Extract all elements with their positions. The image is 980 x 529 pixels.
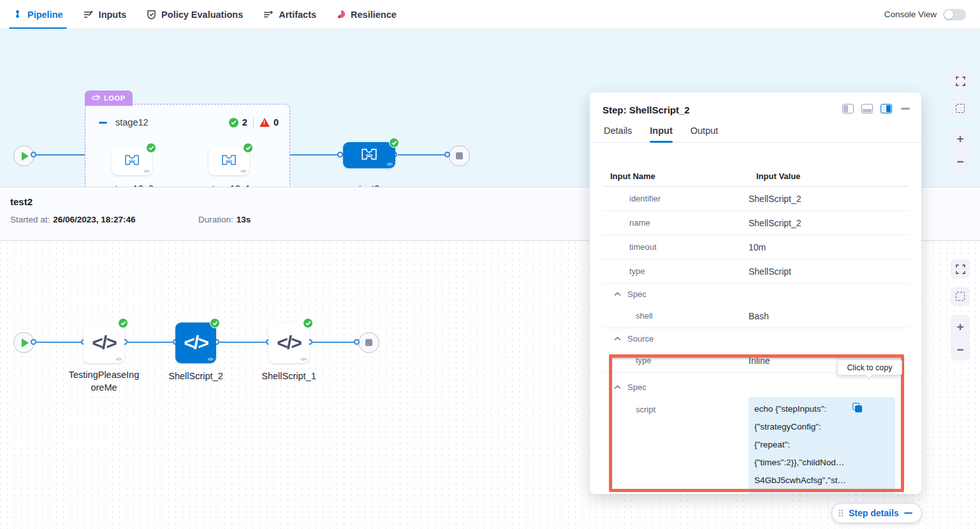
fit-to-screen-button[interactable] (951, 259, 970, 279)
zoom-out-button[interactable]: − (956, 344, 963, 356)
dock-left-icon (844, 105, 848, 112)
row-value: 10m (749, 242, 909, 252)
script-line: {"times":2}},"childNod… (754, 454, 890, 472)
tab-details[interactable]: Details (604, 126, 632, 142)
tab-resilience[interactable]: Resilience (337, 0, 397, 29)
success-check-icon (146, 143, 156, 153)
row-value: ShellScript_2 (749, 194, 909, 204)
table-row: type Inline (603, 349, 909, 373)
panel-header: Step: ShellScript_2 (590, 92, 921, 119)
row-name: timeout (603, 242, 749, 252)
shield-check-icon (147, 10, 156, 20)
tab-pipeline[interactable]: Pipeline (13, 0, 63, 29)
console-view-toggle[interactable] (943, 9, 966, 20)
row-name: identifier (603, 194, 749, 203)
table-row: name ShellScript_2 (603, 211, 909, 235)
row-value: ShellScript_2 (749, 218, 909, 228)
script-line: {"strategyConfig": (754, 418, 890, 436)
section-source: Source (603, 328, 909, 349)
svg-text:</>: </> (129, 159, 135, 163)
collapse-dash-icon (904, 512, 912, 514)
tab-policy-evaluations[interactable]: Policy Evaluations (147, 0, 243, 29)
minimize-panel-button[interactable] (901, 108, 910, 110)
shell-script-icon: </> (184, 332, 207, 354)
toggle-knob (944, 10, 953, 19)
tab-output[interactable]: Output (691, 126, 719, 142)
duration: Duration: 13s (198, 215, 251, 224)
duration-label: Duration: (198, 215, 233, 224)
chevron-up-icon[interactable] (614, 337, 621, 341)
table-header: Input Name Input Value (603, 166, 909, 187)
shell-script-icon: </> (277, 332, 300, 354)
panel-tabs: Details Input Output (590, 119, 921, 143)
chevron-up-icon[interactable] (614, 385, 621, 389)
fit-to-screen-button[interactable] (951, 71, 970, 91)
step-node-shellscript_2[interactable]: </> </> (175, 322, 216, 363)
loop-badge: LOOP (85, 91, 133, 106)
step-node-stage12_0[interactable]: </> </> (112, 147, 152, 175)
step-node-shellscript_1[interactable]: </> </> (268, 322, 309, 363)
success-check-icon (303, 318, 313, 328)
tab-input[interactable]: Input (650, 126, 672, 142)
divider (253, 118, 254, 127)
stage-header: stage12 2 0 (99, 117, 279, 127)
script-line: S4GbJ5cwhAcfsg","st… (754, 472, 890, 489)
edge-port (354, 339, 360, 345)
step-label: ShellScript_1 (251, 370, 327, 382)
tab-label: Inputs (99, 10, 127, 20)
step-details-panel: Step: ShellScript_2 Details Input Output… (590, 92, 921, 494)
script-line: {"identifierPostFix":"_… (754, 489, 890, 494)
copy-icon[interactable] (852, 403, 862, 412)
table-row: timeout 10m (603, 235, 909, 259)
script-value-block: echo {"stepInputs": {"strategyConfig": {… (749, 397, 895, 494)
drag-handle-icon (838, 509, 844, 517)
zoom-controls: + − (951, 315, 970, 361)
tab-artifacts[interactable]: Artifacts (263, 0, 316, 29)
tab-label: Artifacts (279, 10, 316, 20)
table-row: identifier ShellScript_2 (603, 187, 909, 211)
chevron-up-icon[interactable] (614, 292, 621, 296)
topbar-right: Console View (884, 9, 980, 20)
step-details-label: Step details (849, 508, 899, 518)
stop-icon (365, 339, 372, 346)
dock-left-button[interactable] (842, 104, 854, 113)
dock-bottom-button[interactable] (861, 104, 873, 113)
pipeline-end-node[interactable] (449, 145, 470, 166)
zoom-controls: + − (951, 127, 970, 173)
row-name: name (603, 218, 749, 228)
duration-value: 13s (237, 215, 251, 224)
success-check-icon (243, 143, 253, 153)
stage-label: test2 (337, 182, 401, 187)
stage-title: test2 (10, 196, 33, 207)
zoom-in-button[interactable]: + (956, 321, 963, 333)
code-type-glyph: </> (207, 357, 213, 361)
template-step-icon: </> (360, 147, 378, 164)
play-icon (22, 338, 29, 347)
list-plus-icon (263, 10, 274, 19)
success-check-icon (118, 318, 128, 328)
step-details-button[interactable]: Step details (831, 503, 922, 523)
zoom-out-button[interactable]: − (956, 156, 963, 168)
tab-inputs[interactable]: Inputs (84, 0, 127, 29)
marquee-select-button[interactable] (951, 287, 970, 306)
edge (34, 342, 84, 343)
marquee-select-icon (956, 104, 965, 113)
pipeline-icon (13, 10, 22, 20)
collapse-stage-icon[interactable] (99, 122, 107, 124)
edge (290, 154, 340, 156)
row-value: Bash (749, 311, 909, 321)
step-graph-end-node[interactable] (358, 332, 379, 353)
code-type-glyph: </> (143, 169, 149, 173)
zoom-in-button[interactable]: + (956, 133, 963, 145)
section-spec-script: Spec (603, 377, 909, 397)
step-label: stage12_1 (197, 182, 261, 187)
section-label: Spec (627, 289, 647, 299)
top-nav-bar: Pipeline Inputs Policy Evaluations Artif… (0, 0, 980, 29)
copy-icon-front (855, 405, 862, 412)
step-node-testingpleaseingoreme[interactable]: </> </> (84, 322, 124, 363)
stage-node-test2[interactable]: </> </> (343, 142, 395, 168)
step-node-stage12_1[interactable]: </> </> (208, 147, 249, 175)
template-step-icon: </> (124, 153, 140, 170)
dock-right-button[interactable] (881, 104, 892, 113)
marquee-select-button[interactable] (951, 99, 970, 118)
